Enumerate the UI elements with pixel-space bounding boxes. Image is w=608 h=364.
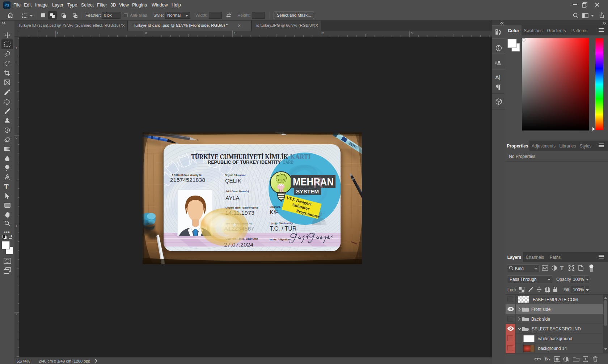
svg-text:K/F: K/F	[270, 209, 279, 215]
svg-text:21574521838: 21574521838	[170, 177, 205, 183]
svg-text:Adi / Given Name(s): Adi / Given Name(s)	[225, 190, 249, 193]
svg-text:SYSTEM: SYSTEM	[296, 188, 319, 194]
svg-text:KARTI: KARTI	[290, 153, 311, 160]
svg-text:AYLA: AYLA	[225, 195, 240, 201]
svg-text:CARD: CARD	[283, 160, 294, 165]
svg-text:T.C Kimlik No / Identity No: T.C Kimlik No / Identity No	[172, 174, 202, 177]
svg-text:TÜRKİYE CUMHURİYETİ KİMLİK: TÜRKİYE CUMHURİYETİ KİMLİK	[191, 153, 288, 160]
svg-text:Imzası / Signature: Imzası / Signature	[270, 238, 291, 241]
svg-text:Uyruğu / Nationality: Uyruğu / Nationality	[270, 222, 293, 225]
svg-text:Soyadi / Surname: Soyadi / Surname	[225, 174, 246, 177]
svg-text:▾: ▾	[568, 359, 569, 362]
svg-text:ÇELIK: ÇELIK	[225, 177, 241, 184]
svg-text:T.C. / TUR: T.C. / TUR	[270, 226, 296, 232]
svg-text:REPUBLIC OF TURKEY IDENTITY: REPUBLIC OF TURKEY IDENTITY	[208, 160, 281, 165]
